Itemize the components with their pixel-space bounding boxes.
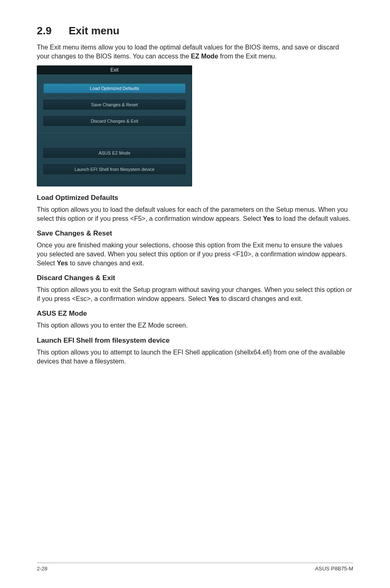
- bios-item-discard-exit[interactable]: Discard Changes & Exit: [43, 116, 186, 126]
- para-discard-exit: This option allows you to exit the Setup…: [37, 285, 353, 303]
- section-number: 2.9: [37, 25, 69, 37]
- section-title: Exit menu: [69, 25, 119, 37]
- para-ez-mode: This option allows you to enter the EZ M…: [37, 321, 353, 330]
- para-efi-shell: This option allows you to attempt to lau…: [37, 348, 353, 366]
- page-heading: 2.9Exit menu: [37, 25, 353, 37]
- bios-title-bar: Exit: [37, 65, 192, 74]
- footer-product: ASUS P8B75-M: [315, 566, 353, 572]
- heading-discard-exit: Discard Changes & Exit: [37, 274, 353, 282]
- bios-item-ez-mode[interactable]: ASUS EZ Mode: [43, 148, 186, 158]
- para-load-defaults: This option allows you to load the defau…: [37, 205, 353, 223]
- footer-page-number: 2-28: [37, 566, 47, 572]
- heading-save-reset: Save Changes & Reset: [37, 229, 353, 238]
- heading-ez-mode: ASUS EZ Mode: [37, 310, 353, 318]
- bios-divider: [37, 132, 192, 141]
- heading-load-defaults: Load Optimized Defaults: [37, 194, 353, 202]
- para-save-reset: Once you are finished making your select…: [37, 241, 353, 267]
- bios-item-save-reset[interactable]: Save Changes & Reset: [43, 100, 186, 110]
- page-footer: 2-28 ASUS P8B75-M: [37, 563, 353, 572]
- heading-efi-shell: Launch EFI Shell from filesystem device: [37, 337, 353, 345]
- bios-item-efi-shell[interactable]: Launch EFI Shell from filesystem device: [43, 164, 186, 174]
- bios-item-load-defaults[interactable]: Load Optimized Defaults: [43, 83, 186, 93]
- bios-exit-panel: Exit Load Optimized Defaults Save Change…: [37, 65, 192, 186]
- intro-paragraph: The Exit menu items allow you to load th…: [37, 43, 353, 61]
- intro-bold: EZ Mode: [191, 53, 218, 60]
